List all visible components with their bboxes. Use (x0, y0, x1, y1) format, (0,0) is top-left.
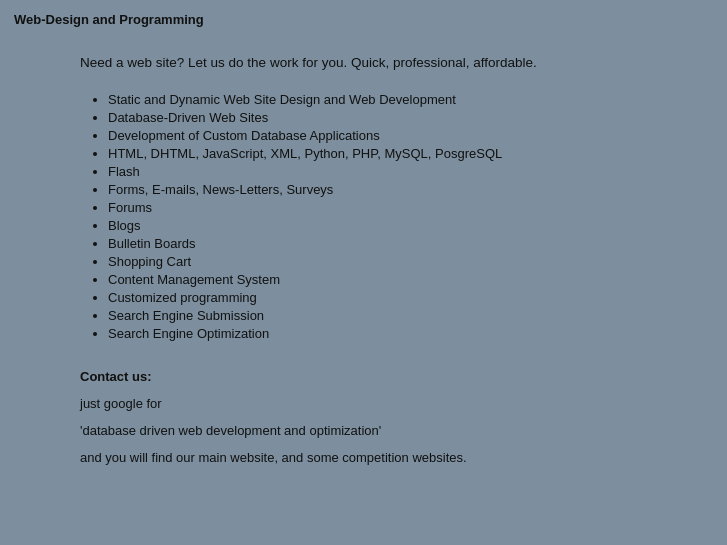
service-item: Static and Dynamic Web Site Design and W… (108, 92, 667, 107)
contact-section: Contact us: just google for 'database dr… (80, 369, 667, 465)
service-item: Forums (108, 200, 667, 215)
contact-line1: just google for (80, 396, 667, 411)
tagline: Need a web site? Let us do the work for … (80, 55, 667, 70)
contact-label: Contact us: (80, 369, 667, 384)
service-item: Forms, E-mails, News-Letters, Surveys (108, 182, 667, 197)
service-item: Development of Custom Database Applicati… (108, 128, 667, 143)
contact-line2: 'database driven web development and opt… (80, 423, 667, 438)
page-title: Web-Design and Programming (0, 0, 727, 35)
service-item: Database-Driven Web Sites (108, 110, 667, 125)
service-item: Flash (108, 164, 667, 179)
service-item: Bulletin Boards (108, 236, 667, 251)
service-item: Search Engine Submission (108, 308, 667, 323)
contact-line3: and you will find our main website, and … (80, 450, 667, 465)
service-item: Shopping Cart (108, 254, 667, 269)
services-list: Static and Dynamic Web Site Design and W… (80, 92, 667, 341)
main-content: Need a web site? Let us do the work for … (0, 35, 727, 507)
service-item: Search Engine Optimization (108, 326, 667, 341)
service-item: HTML, DHTML, JavaScript, XML, Python, PH… (108, 146, 667, 161)
service-item: Blogs (108, 218, 667, 233)
service-item: Content Management System (108, 272, 667, 287)
service-item: Customized programming (108, 290, 667, 305)
